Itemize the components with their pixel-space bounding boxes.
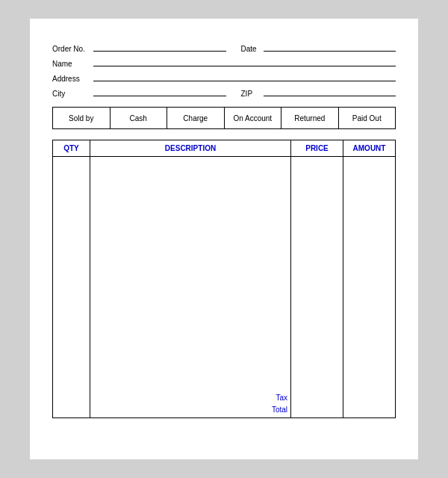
paid-out-cell[interactable]: Paid Out: [339, 108, 396, 128]
qty-data-cell[interactable]: [53, 157, 90, 418]
zip-label: ZIP: [241, 90, 264, 98]
invoice-table: QTY DESCRIPTION PRICE AMOUNT Tax Total: [52, 140, 396, 418]
price-header: PRICE: [291, 140, 343, 157]
order-date-row: Order No. Date: [52, 41, 396, 53]
table-header-row: QTY DESCRIPTION PRICE AMOUNT: [53, 140, 396, 157]
tax-label: Tax: [272, 392, 287, 404]
returned-label: Returned: [294, 114, 325, 122]
address-row: Address: [52, 71, 396, 83]
date-field[interactable]: [264, 41, 396, 52]
city-label: City: [52, 90, 93, 98]
amount-header: AMOUNT: [343, 140, 396, 157]
date-label: Date: [241, 45, 264, 53]
cash-cell[interactable]: Cash: [111, 108, 168, 128]
paid-out-label: Paid Out: [352, 114, 382, 122]
header-fields: Order No. Date Name Address City ZIP: [52, 41, 396, 98]
city-field[interactable]: [93, 86, 226, 96]
order-no-label: Order No.: [52, 45, 93, 53]
name-row: Name: [52, 56, 396, 68]
transaction-row: Sold by Cash Charge On Account Returned …: [52, 107, 396, 129]
amount-data-cell[interactable]: [343, 157, 396, 418]
cash-label: Cash: [130, 114, 147, 122]
zip-field[interactable]: [264, 86, 396, 96]
desc-header: DESCRIPTION: [90, 140, 291, 157]
price-data-cell[interactable]: [291, 157, 343, 418]
returned-cell[interactable]: Returned: [281, 108, 339, 128]
qty-header: QTY: [53, 140, 90, 157]
on-account-label: On Account: [233, 114, 272, 122]
city-zip-row: City ZIP: [52, 86, 396, 98]
tax-total-text-area: Tax Total: [272, 392, 287, 416]
name-label: Name: [52, 60, 93, 68]
sold-by-label: Sold by: [69, 114, 93, 122]
invoice-page: Order No. Date Name Address City ZIP Sol…: [30, 19, 418, 459]
desc-data-cell[interactable]: Tax Total: [90, 157, 291, 418]
on-account-cell[interactable]: On Account: [225, 108, 282, 128]
main-data-row: Tax Total: [53, 157, 396, 418]
charge-cell[interactable]: Charge: [167, 108, 225, 128]
total-label: Total: [272, 404, 287, 416]
address-label: Address: [52, 75, 93, 83]
address-field[interactable]: [93, 71, 396, 81]
charge-label: Charge: [183, 114, 208, 122]
name-field[interactable]: [93, 56, 396, 66]
sold-by-cell[interactable]: Sold by: [53, 108, 111, 128]
order-no-field[interactable]: [93, 41, 226, 52]
